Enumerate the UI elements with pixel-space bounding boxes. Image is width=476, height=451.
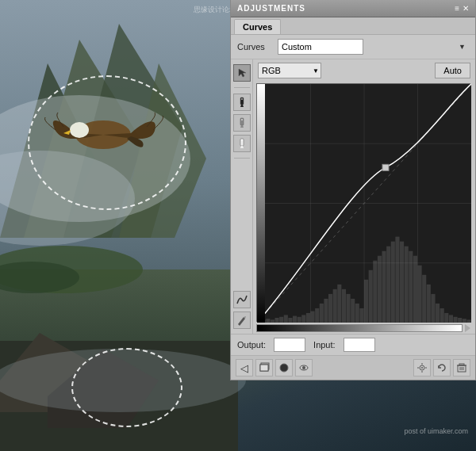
panel-title-icons: ≡ ✕ (455, 4, 469, 13)
curves-graph-area (253, 82, 475, 334)
tab-curves[interactable]: Curves (234, 19, 281, 34)
panel-title: ADJUSTMENTS (237, 4, 305, 13)
preset-label: Curves (237, 42, 273, 52)
white-eyedropper[interactable] (233, 135, 251, 152)
channel-select[interactable]: RGB Red Green Blue (258, 63, 321, 78)
svg-point-29 (421, 367, 423, 369)
gradient-bar-bottom (256, 324, 463, 332)
output-value[interactable] (274, 338, 305, 352)
delete-btn[interactable] (453, 359, 470, 376)
curves-right-area: RGB Red Green Blue ▼ Auto (253, 59, 475, 334)
svg-point-25 (280, 364, 288, 372)
preset-select-wrapper: Default Custom Strong Contrast Linear Co… (278, 39, 469, 55)
channel-select-wrapper: RGB Red Green Blue ▼ (258, 63, 321, 78)
svg-rect-21 (241, 140, 243, 141)
watermark-bottom: post of uimaker.com (404, 427, 468, 435)
panel-close-icon[interactable]: ✕ (463, 4, 469, 13)
preset-select[interactable]: Default Custom Strong Contrast Linear Co… (278, 39, 363, 55)
tab-row: Curves (231, 17, 475, 35)
svg-rect-24 (260, 365, 268, 371)
settings-btn[interactable] (413, 359, 431, 376)
gradient-triangle (465, 324, 470, 332)
pointer-tool[interactable] (233, 64, 251, 82)
tool-separator-2 (234, 158, 250, 159)
preset-row: Curves Default Custom Strong Contrast Li… (231, 35, 475, 59)
left-arrow-btn[interactable]: ◁ (236, 359, 253, 376)
selection-top (28, 75, 186, 210)
adjustments-panel: ADJUSTMENTS ≡ ✕ Curves Curves Default Cu… (230, 0, 476, 380)
output-input-row: Output: Input: (231, 334, 475, 355)
black-eyedropper[interactable] (233, 94, 251, 111)
gray-eyedropper[interactable] (233, 114, 251, 132)
svg-rect-19 (241, 119, 243, 120)
curves-canvas (257, 84, 471, 323)
preset-select-arrow: ▼ (459, 43, 466, 51)
pencil-tool[interactable] (233, 311, 251, 329)
refresh-btn[interactable] (433, 359, 451, 376)
panel-menu-icon[interactable]: ≡ (455, 4, 459, 13)
curves-graph[interactable] (256, 83, 470, 322)
curves-controls: RGB Red Green Blue ▼ Auto (231, 59, 475, 334)
svg-rect-17 (241, 98, 243, 100)
input-label: Input: (313, 340, 336, 350)
curve-tool[interactable] (233, 291, 251, 308)
layer-btn[interactable] (255, 359, 273, 376)
channel-row: RGB Red Green Blue ▼ Auto (253, 59, 475, 82)
input-value[interactable] (344, 338, 375, 352)
curves-main-content: RGB Red Green Blue ▼ Auto (231, 59, 475, 355)
svg-point-27 (302, 366, 305, 369)
selection-bottom (71, 348, 182, 427)
panel-titlebar: ADJUSTMENTS ≡ ✕ (231, 0, 475, 17)
auto-button[interactable]: Auto (435, 63, 470, 78)
gradient-row-bottom (256, 324, 470, 332)
circle-btn[interactable] (275, 359, 293, 376)
eye-btn[interactable] (295, 359, 313, 376)
tool-separator (234, 87, 250, 88)
svg-rect-39 (459, 364, 464, 365)
bottom-toolbar: ◁ (231, 355, 475, 380)
curves-toolbar (231, 59, 253, 334)
output-label: Output: (237, 340, 266, 350)
